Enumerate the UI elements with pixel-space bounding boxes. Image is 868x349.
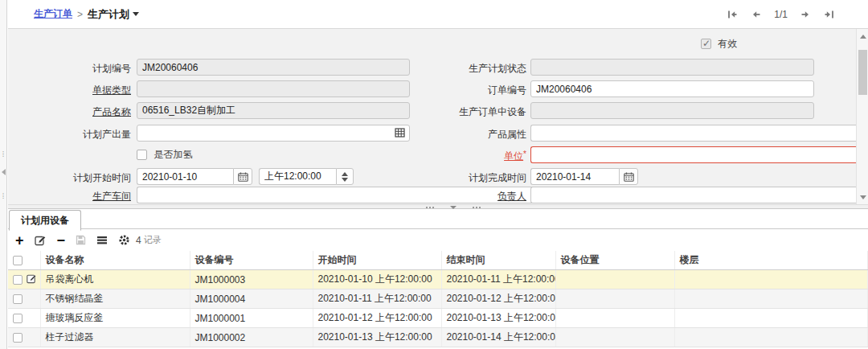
cell-equipment-code: JM1000002	[190, 328, 313, 347]
order-no-input[interactable]	[530, 80, 814, 97]
scroll-down-icon[interactable]	[857, 191, 868, 203]
hydrogenation-label: 是否加氢	[154, 149, 192, 160]
cell-equipment-name: 搪玻璃反应釜	[40, 309, 190, 328]
equipment-panel: 计划用设备 + − 4 记录	[8, 209, 868, 349]
left-panel-splitter[interactable]: ⁞ ⁞	[0, 0, 7, 349]
list-view-button[interactable]	[96, 235, 108, 245]
start-date-input[interactable]	[137, 168, 233, 185]
breadcrumb-parent-link[interactable]: 生产订单	[34, 7, 72, 21]
unit-label[interactable]: 单位	[504, 150, 523, 162]
splitter-collapse-icon[interactable]	[450, 206, 457, 209]
finish-date-input[interactable]	[530, 168, 619, 185]
col-header-location[interactable]: 设备位置	[555, 251, 674, 270]
start-date-calendar-button[interactable]	[233, 168, 252, 185]
next-page-icon[interactable]	[800, 10, 811, 19]
row-select-cell	[8, 328, 40, 347]
table-row[interactable]: 搪玻璃反应釜 JM1000001 20210-01-12 上午12:00:00 …	[8, 309, 868, 328]
scrollbar-thumb[interactable]	[858, 50, 867, 95]
last-page-icon[interactable]	[824, 10, 834, 19]
select-all-checkbox[interactable]	[13, 256, 23, 265]
product-attr-combo	[530, 125, 868, 142]
equipment-table: 设备名称 设备编号 开始时间 结束时间 设备位置 楼层 吊袋离心机 JM1000…	[8, 251, 868, 347]
settings-button[interactable]	[118, 234, 130, 246]
calendar-icon	[238, 172, 248, 182]
finish-date-calendar-button[interactable]	[619, 168, 638, 185]
edit-icon	[35, 235, 47, 246]
table-row[interactable]: 不锈钢结晶釜 JM1000004 20210-01-11 上午12:00:00 …	[8, 289, 868, 309]
splitter-grip-icon: ⁞	[2, 193, 5, 199]
plan-status-input	[530, 59, 814, 76]
row-checkbox[interactable]	[13, 275, 23, 285]
form-scrollbar[interactable]	[856, 29, 868, 204]
cell-equipment-name: 吊袋离心机	[40, 270, 190, 289]
row-edit-icon[interactable]	[27, 273, 37, 286]
record-count-label: 记录	[144, 234, 162, 246]
add-row-button[interactable]: +	[15, 234, 24, 247]
cell-end-time: 20210-01-12 上午12:00:00	[441, 289, 555, 309]
cell-location	[555, 270, 674, 289]
cell-location	[555, 289, 674, 309]
col-header-floor[interactable]: 楼层	[674, 251, 868, 270]
prev-page-icon[interactable]	[751, 10, 761, 19]
first-page-icon[interactable]	[727, 10, 738, 19]
table-row[interactable]: 柱子过滤器 JM1000002 20210-01-13 上午12:00:00 2…	[8, 328, 868, 347]
start-time-input[interactable]	[259, 168, 336, 185]
collapse-left-icon[interactable]	[2, 169, 6, 175]
row-select-cell	[8, 289, 40, 309]
product-name-label[interactable]: 产品名称	[8, 105, 131, 119]
manager-combo: ⋮	[530, 187, 868, 203]
unit-input[interactable]	[530, 146, 868, 163]
remove-row-button[interactable]: −	[57, 234, 66, 247]
cell-floor	[674, 328, 868, 347]
record-count: 4	[136, 235, 141, 246]
row-select-cell	[8, 270, 40, 289]
cell-start-time: 20210-01-10 上午12:00:00	[313, 270, 441, 289]
order-equipment-label: 生产订单中设备	[346, 105, 526, 119]
manager-input[interactable]	[530, 187, 868, 203]
plan-no-label: 计划编号	[8, 62, 131, 76]
valid-checkbox[interactable]	[701, 39, 711, 49]
cell-location	[555, 309, 674, 328]
col-header-end-time[interactable]: 结束时间	[441, 251, 555, 270]
row-checkbox[interactable]	[13, 333, 23, 343]
order-equipment-input	[530, 102, 814, 119]
unit-combo	[530, 146, 868, 163]
save-icon	[76, 235, 86, 245]
page-indicator: 1/1	[774, 9, 788, 20]
cell-end-time: 20210-01-13 上午12:00:00	[441, 309, 555, 328]
list-icon	[96, 235, 108, 245]
cell-equipment-code: JM1000001	[190, 309, 313, 328]
product-attr-input[interactable]	[530, 125, 868, 142]
table-row[interactable]: 吊袋离心机 JM1000003 20210-01-10 上午12:00:00 2…	[8, 270, 868, 289]
row-checkbox[interactable]	[13, 294, 23, 304]
tab-plan-equipment[interactable]: 计划用设备	[9, 210, 81, 231]
hydrogenation-checkbox[interactable]	[137, 150, 147, 160]
main-area: 生产订单 > 生产计划 1/1	[8, 0, 868, 349]
cell-equipment-name: 柱子过滤器	[40, 328, 190, 347]
doc-type-label[interactable]: 单据类型	[8, 84, 131, 97]
finish-time-label: 计划完成时间	[346, 171, 526, 185]
production-plan-page: ⁞ ⁞ 生产订单 > 生产计划 1/1	[0, 0, 868, 349]
splitter-dots-icon	[426, 207, 434, 208]
planned-output-label: 计划产出量	[8, 128, 131, 142]
col-header-equipment-name[interactable]: 设备名称	[40, 251, 190, 270]
col-header-equipment-code[interactable]: 设备编号	[190, 251, 313, 270]
cell-location	[555, 328, 674, 347]
manager-label[interactable]: 负责人	[346, 190, 526, 203]
start-time-label: 计划开始时间	[8, 171, 131, 185]
row-checkbox[interactable]	[13, 314, 23, 323]
plan-status-label: 生产计划状态	[346, 62, 526, 76]
product-attr-label: 产品属性	[346, 128, 526, 142]
workshop-label[interactable]: 生产车间	[8, 190, 131, 203]
cell-floor	[674, 309, 868, 328]
col-header-start-time[interactable]: 开始时间	[313, 251, 441, 270]
breadcrumb-current[interactable]: 生产计划	[88, 7, 129, 22]
cell-equipment-name: 不锈钢结晶釜	[40, 289, 190, 309]
breadcrumb-caret-icon[interactable]	[133, 12, 139, 16]
row-select-cell	[8, 309, 40, 328]
scroll-up-icon[interactable]	[857, 31, 868, 42]
plan-form-panel: 有效 计划编号 生产计划状态 单据类型 订单编号 产品名称 生产订单中设备	[8, 29, 868, 204]
edit-row-button[interactable]	[35, 235, 47, 246]
splitter-dots-icon	[473, 207, 481, 208]
save-button[interactable]	[76, 235, 86, 245]
